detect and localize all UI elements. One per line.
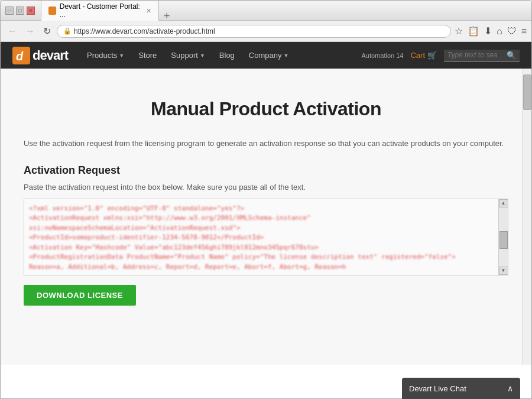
devart-logo[interactable]: d devart <box>12 47 68 64</box>
minimize-button[interactable]: ─ <box>5 7 14 15</box>
new-tab-button[interactable]: + <box>159 11 175 21</box>
support-arrow: ▼ <box>200 53 205 59</box>
browser-window: ─ □ ✕ Devart - Customer Portal: ... ✕ + … <box>0 0 532 399</box>
search-icon: 🔍 <box>507 51 516 60</box>
search-box[interactable]: 🔍 <box>444 50 520 61</box>
close-button[interactable]: ✕ <box>27 7 35 15</box>
lock-icon: 🔒 <box>63 27 72 35</box>
tab-favicon <box>48 7 56 15</box>
account-label[interactable]: Automation 14 <box>362 52 404 59</box>
toolbar-icons: ☆ 📋 ⬇ ⌂ 🛡 ≡ <box>455 25 527 37</box>
page-scroll-thumb[interactable] <box>523 74 531 110</box>
textarea-content: <?xml version="1.0" encoding="UTF-8" sta… <box>29 204 494 273</box>
reload-button[interactable]: ↻ <box>41 24 53 38</box>
activation-request-heading: Activation Request <box>24 164 508 177</box>
activation-instruction: Paste the activation request into the bo… <box>24 183 508 192</box>
cart-icon: 🛒 <box>427 51 437 60</box>
address-bar: ← → ↻ 🔒 https://www.devart.com/activate-… <box>1 21 531 42</box>
live-chat-widget[interactable]: Devart Live Chat ∧ <box>402 378 520 398</box>
textarea-scrollbar: ▲ ▼ <box>498 199 508 275</box>
logo-icon: d <box>12 47 30 64</box>
live-chat-label: Devart Live Chat <box>409 384 466 393</box>
download-toolbar-icon[interactable]: ⬇ <box>484 25 492 37</box>
bookmark-icon[interactable]: 📋 <box>468 25 479 37</box>
window-controls: ─ □ ✕ <box>5 7 35 15</box>
page-content: d devart Products ▼ Store Support ▼ <box>1 42 531 398</box>
title-bar: ─ □ ✕ Devart - Customer Portal: ... ✕ + <box>1 1 531 21</box>
restore-button[interactable]: □ <box>16 7 24 15</box>
scroll-thumb[interactable] <box>499 231 508 249</box>
star-icon[interactable]: ☆ <box>455 25 463 37</box>
scroll-down-arrow[interactable]: ▼ <box>499 267 508 275</box>
products-arrow: ▼ <box>119 53 124 59</box>
page-title: Manual Product Activation <box>24 98 508 120</box>
shield-icon[interactable]: 🛡 <box>507 26 517 37</box>
intro-text: Use the activation request from the lice… <box>24 138 508 150</box>
logo-text: devart <box>33 48 68 63</box>
tab-close-icon[interactable]: ✕ <box>146 7 151 15</box>
search-input[interactable] <box>447 51 507 59</box>
page-body: Manual Product Activation Use the activa… <box>12 69 520 329</box>
nav-blog[interactable]: Blog <box>212 42 242 69</box>
scroll-up-arrow[interactable]: ▲ <box>499 199 508 207</box>
nav-company[interactable]: Company ▼ <box>242 42 296 69</box>
menu-icon[interactable]: ≡ <box>521 26 527 37</box>
live-chat-chevron: ∧ <box>507 384 513 393</box>
tab-label: Devart - Customer Portal: ... <box>60 2 140 19</box>
activation-textarea-wrapper: <?xml version="1.0" encoding="UTF-8" sta… <box>24 199 508 275</box>
cart-link[interactable]: Cart 🛒 <box>410 51 437 60</box>
nav-links: Products ▼ Store Support ▼ Blog Company … <box>80 42 361 69</box>
url-bar[interactable]: 🔒 https://www.devart.com/activate-produc… <box>57 25 451 38</box>
nav-right: Automation 14 Cart 🛒 🔍 <box>362 50 520 61</box>
tab-bar: Devart - Customer Portal: ... ✕ + <box>41 0 527 21</box>
nav-support[interactable]: Support ▼ <box>164 42 212 69</box>
nav-store[interactable]: Store <box>131 42 164 69</box>
company-arrow: ▼ <box>284 53 289 59</box>
download-license-button[interactable]: DOWNLOAD LICENSE <box>24 285 136 306</box>
back-button[interactable]: ← <box>5 25 20 38</box>
forward-button[interactable]: → <box>23 25 37 38</box>
svg-text:d: d <box>16 50 24 63</box>
page-scrollbar[interactable] <box>522 69 531 365</box>
url-text: https://www.devart.com/activate-product.… <box>74 27 445 35</box>
browser-tab[interactable]: Devart - Customer Portal: ... ✕ <box>41 0 159 21</box>
home-icon[interactable]: ⌂ <box>497 26 502 37</box>
site-nav: d devart Products ▼ Store Support ▼ <box>1 42 531 69</box>
scroll-track <box>499 207 508 267</box>
nav-products[interactable]: Products ▼ <box>80 42 131 69</box>
